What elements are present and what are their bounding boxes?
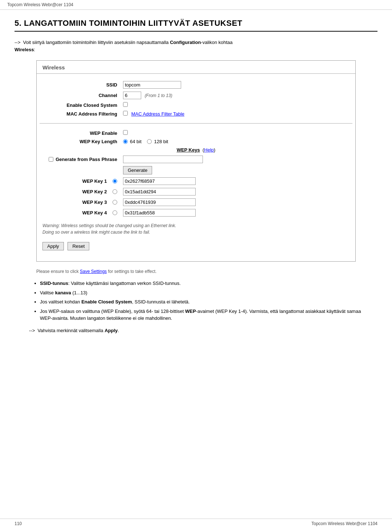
ssid-input[interactable]: [123, 81, 181, 89]
intro-paragraph: --> Voit siirtyä langattomiin toimintoih…: [15, 39, 377, 53]
bullet-closed-system: Jos valitset kohdan Enable Closed System…: [40, 298, 363, 306]
channel-input[interactable]: [123, 92, 141, 99]
footer-page-number: 110: [15, 521, 22, 526]
mac-filter-link[interactable]: MAC Address Filter Table: [131, 111, 184, 117]
footer: 110 Topcom Wireless Webr@cer 1104: [0, 519, 392, 526]
wep-key1-input[interactable]: [123, 177, 196, 185]
page-title: 5. LANGATTOMIIN TOIMINTOIHIN LIITTYVÄT A…: [15, 19, 377, 32]
wep-enable-checkbox[interactable]: [123, 130, 128, 135]
wep-key-length-options: 64 bit 128 bit: [120, 137, 355, 146]
wep-key2-label: WEP Key 2: [82, 189, 107, 194]
pass-phrase-label-row: Generate from Pass Phrase: [40, 157, 117, 162]
intro-bold: Configuration: [170, 40, 201, 45]
channel-label: Channel: [37, 90, 120, 101]
warning-line1: Warning: Wireless settings should be cha…: [42, 223, 176, 228]
apply-row: Apply Reset: [37, 238, 355, 254]
pass-phrase-checkbox[interactable]: [49, 157, 53, 162]
closed-system-row: Enable Closed System: [37, 101, 355, 109]
wep-128bit-radio[interactable]: [147, 139, 152, 144]
confirm-text-before: Vahvista merkinnät valitsemalla: [37, 328, 103, 333]
wep-key1-label-cell: WEP Key 1: [37, 176, 120, 186]
closed-system-label: Enable Closed System: [37, 101, 120, 109]
save-text-after: for settings to take effect.: [108, 269, 156, 274]
wep-key2-row: WEP Key 2: [37, 186, 355, 197]
wep-key1-label-row: WEP Key 1: [40, 178, 117, 184]
channel-value-cell: (From 1 to 13): [120, 90, 355, 101]
intro-bold2: Wireless: [15, 47, 34, 52]
intro-text-middle: -valikon kohtaa: [201, 40, 232, 45]
wep-keys-center-cell: WEP Keys (Help): [37, 146, 355, 154]
bullet-list: SSID-tunnus: Valitse käyttämäsi langatto…: [40, 280, 363, 322]
wep-key3-radio[interactable]: [113, 200, 117, 205]
wep-enable-checkbox-cell: [120, 129, 355, 137]
bullet-wep: Jos WEP-salaus on valittuna (WEP Enable)…: [40, 308, 363, 322]
wep-key2-label-cell: WEP Key 2: [37, 186, 120, 197]
wep-key3-label-row: WEP Key 3: [40, 200, 117, 205]
confirm-text: --> Vahvista merkinnät valitsemalla Appl…: [29, 328, 363, 333]
mac-filter-value-cell: MAC Address Filter Table: [120, 109, 355, 118]
closed-system-checkbox-cell: [120, 101, 355, 109]
closed-system-checkbox[interactable]: [123, 102, 128, 107]
mac-filter-checkbox[interactable]: [123, 111, 128, 116]
bullet-section: SSID-tunnus: Valitse käyttämäsi langatto…: [29, 280, 363, 322]
wep-key2-label-row: WEP Key 2: [40, 189, 117, 194]
save-settings-link[interactable]: Save Settings: [80, 269, 107, 274]
mac-filter-label: MAC Address Filtering: [37, 109, 120, 118]
bullet-channel-bold: kanava: [55, 290, 71, 295]
wep-key3-row: WEP Key 3: [37, 197, 355, 207]
wep-key2-input[interactable]: [123, 188, 196, 196]
mid-divider: [40, 123, 352, 124]
wep-key3-label-cell: WEP Key 3: [37, 197, 120, 207]
wep-key3-label: WEP Key 3: [82, 200, 107, 205]
bullet-ssid: SSID-tunnus: Valitse käyttämäsi langatto…: [40, 280, 363, 287]
wep-key-length-row: WEP Key Length 64 bit 128 bit: [37, 137, 355, 146]
warning-text: Warning: Wireless settings should be cha…: [42, 222, 350, 235]
pass-phrase-input-cell: [120, 154, 355, 165]
confirm-arrow: -->: [29, 328, 35, 333]
pass-phrase-row: Generate from Pass Phrase: [37, 154, 355, 165]
footer-product: Topcom Wireless Webr@cer 1104: [311, 521, 377, 526]
wep-help-link[interactable]: Help: [204, 147, 214, 153]
wep-key4-label-row: WEP Key 4: [40, 210, 117, 215]
wep-key-length-inline: 64 bit 128 bit: [123, 139, 352, 144]
intro-colon: :: [34, 47, 35, 52]
pass-phrase-label: Generate from Pass Phrase: [56, 157, 117, 162]
confirm-bold: Apply: [105, 328, 118, 333]
channel-hint: (From 1 to 13): [145, 93, 172, 98]
wep-key2-radio[interactable]: [113, 189, 117, 194]
mac-filter-row: MAC Address Filtering MAC Address Filter…: [37, 109, 355, 118]
warning-line2: Doing so over a wireless link might caus…: [42, 230, 150, 235]
intro-arrow: -->: [15, 40, 20, 45]
wep-64bit-label: 64 bit: [130, 139, 142, 144]
confirm-period: .: [118, 328, 119, 333]
intro-text-before: Voit siirtyä langattomiin toimintoihin l…: [23, 40, 168, 45]
header-title: Topcom Wireless Webr@cer 1104: [7, 2, 73, 7]
wep-enable-row: WEP Enable: [37, 129, 355, 137]
wep-key3-input[interactable]: [123, 198, 196, 206]
wep-key4-input[interactable]: [123, 209, 196, 217]
pass-phrase-input[interactable]: [123, 156, 203, 163]
bullet-ssid-bold: SSID-tunnus: [40, 281, 68, 286]
bullet-wep-bold: WEP: [185, 309, 196, 314]
wep-key1-label: WEP Key 1: [82, 178, 107, 184]
wep-enable-label: WEP Enable: [37, 129, 120, 137]
wep-64bit-radio[interactable]: [123, 139, 128, 144]
reset-button[interactable]: Reset: [68, 242, 89, 250]
header-bar: Topcom Wireless Webr@cer 1104: [0, 0, 392, 10]
wep-key1-radio[interactable]: [113, 179, 117, 184]
wep-key4-radio[interactable]: [113, 210, 117, 215]
mid-divider-row: [37, 118, 355, 129]
wep-key4-label-cell: WEP Key 4: [37, 207, 120, 218]
ssid-row: SSID: [37, 80, 355, 90]
generate-button[interactable]: Generate: [123, 166, 152, 174]
apply-button[interactable]: Apply: [42, 242, 64, 250]
wep-key1-row: WEP Key 1: [37, 176, 355, 186]
wep-key-length-label: WEP Key Length: [37, 137, 120, 146]
ssid-label: SSID: [37, 80, 120, 90]
channel-row: Channel (From 1 to 13): [37, 90, 355, 101]
wep-keys-header-row: WEP Keys (Help): [37, 146, 355, 154]
pass-phrase-label-cell: Generate from Pass Phrase: [37, 154, 120, 165]
wep-key4-label: WEP Key 4: [82, 210, 107, 215]
wep-keys-label: WEP Keys: [177, 147, 200, 153]
save-settings-text: Please ensure to click Save Settings for…: [36, 269, 356, 274]
